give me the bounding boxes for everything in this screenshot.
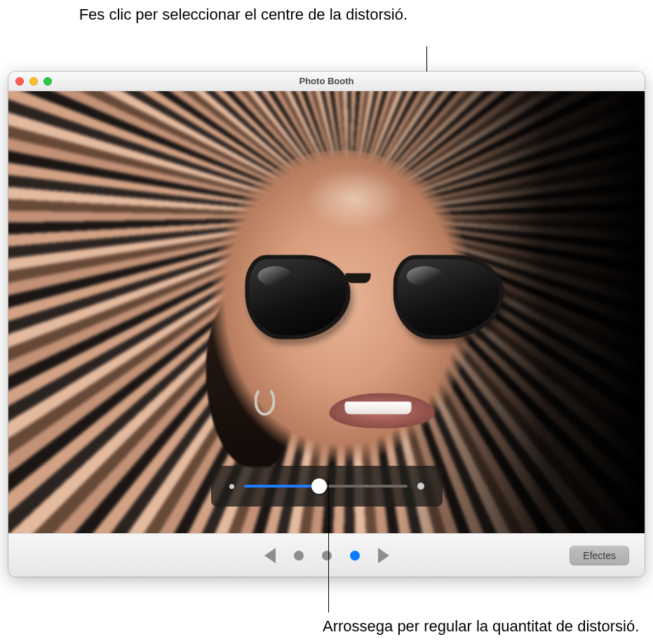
sunglasses-icon <box>245 255 466 339</box>
slider-max-icon <box>417 483 424 490</box>
distortion-slider[interactable] <box>244 485 408 488</box>
titlebar: Photo Booth <box>8 72 645 91</box>
callout-distortion-center: Fes clic per seleccionar el centre de la… <box>79 4 408 25</box>
effects-button[interactable]: Efectes <box>570 546 629 565</box>
close-icon[interactable] <box>15 77 24 86</box>
bottom-bar: Efectes <box>8 533 645 577</box>
bridge <box>345 273 370 283</box>
traffic-lights <box>8 77 52 86</box>
teeth-shape <box>344 401 411 414</box>
subject-face-placeholder <box>191 151 492 488</box>
chevron-left-icon[interactable] <box>264 548 276 563</box>
callout-text-top: Fes clic per seleccionar el centre de la… <box>79 6 408 23</box>
page-dot-3[interactable] <box>350 551 360 561</box>
minimize-icon[interactable] <box>29 77 38 86</box>
callout-leader-line-bottom <box>328 479 329 612</box>
lens-left <box>245 255 350 339</box>
effects-pager <box>264 548 389 563</box>
photo-booth-window: Photo Booth <box>8 72 645 577</box>
slider-thumb[interactable] <box>311 478 327 494</box>
chevron-right-icon[interactable] <box>378 548 389 563</box>
callout-distortion-amount: Arrossega per regular la quantitat de di… <box>323 616 639 637</box>
slider-min-icon <box>229 484 234 489</box>
page-dot-2[interactable] <box>322 551 332 561</box>
window-title: Photo Booth <box>8 76 645 86</box>
camera-viewport[interactable] <box>8 91 645 533</box>
slider-fill <box>244 485 319 488</box>
callout-text-bottom: Arrossega per regular la quantitat de di… <box>323 617 639 635</box>
page-dot-1[interactable] <box>294 551 304 561</box>
zoom-icon[interactable] <box>43 77 52 86</box>
highlight <box>305 168 403 231</box>
distortion-slider-panel <box>211 466 443 507</box>
